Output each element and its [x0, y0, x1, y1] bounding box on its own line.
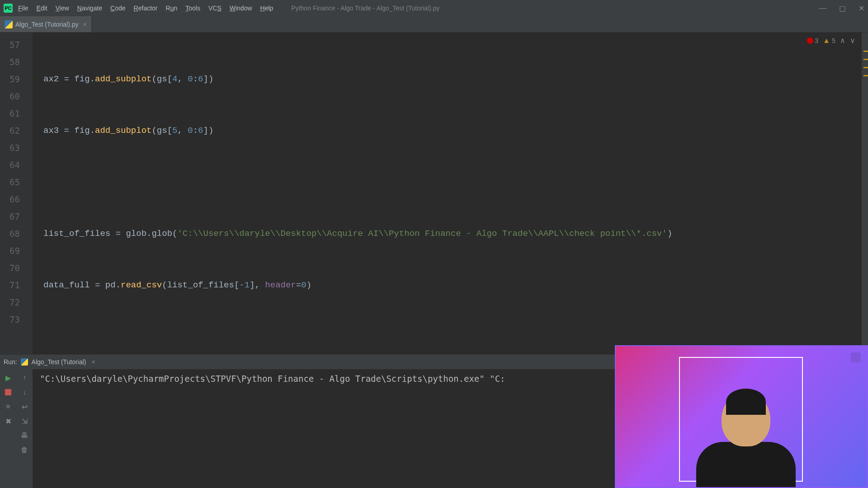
rerun-icon[interactable]: ▶: [3, 373, 13, 383]
next-highlight-icon[interactable]: ∨: [850, 36, 855, 45]
ide-logo-icon: PC: [4, 4, 13, 13]
run-sub-toolbar: ↑ ↓ ↩ ⇲ 🖶 🗑: [16, 369, 33, 488]
menu-navigate[interactable]: Navigate: [77, 5, 102, 12]
presenter-silhouette: [696, 392, 796, 487]
scroll-end-icon[interactable]: ⇲: [19, 416, 29, 426]
maximize-button[interactable]: ▢: [839, 4, 846, 13]
webcam-overlay: [615, 345, 868, 488]
trash-icon[interactable]: 🗑: [19, 445, 29, 455]
menu-code[interactable]: Code: [110, 5, 125, 12]
window-controls: — ▢ ✕: [819, 4, 864, 13]
menu-view[interactable]: View: [56, 5, 69, 12]
menu-run[interactable]: Run: [166, 5, 178, 12]
run-toolbar: ▶ ≡ ✖: [0, 369, 16, 488]
title-bar: PC File Edit View Navigate Code Refactor…: [0, 0, 868, 16]
run-label: Run:: [4, 358, 17, 366]
close-button[interactable]: ✕: [859, 4, 864, 13]
layout-icon[interactable]: ≡: [3, 402, 13, 412]
python-file-icon: [5, 20, 13, 28]
soft-wrap-icon[interactable]: ↩: [19, 402, 29, 412]
down-arrow-icon[interactable]: ↓: [19, 387, 29, 397]
menu-window[interactable]: Window: [230, 5, 252, 12]
stop-icon[interactable]: [3, 387, 13, 397]
editor[interactable]: 57 58 59 60 61 62 63 64 65 66 67 68 69 7…: [0, 33, 868, 354]
tab-label: Algo_Test (Tutorial).py: [15, 21, 79, 28]
up-arrow-icon[interactable]: ↑: [19, 373, 29, 383]
menu-vcs[interactable]: VCS: [208, 5, 222, 12]
code-content[interactable]: ax2 = fig.add_subplot(gs[4, 0:6]) ax3 = …: [33, 33, 868, 354]
run-config-name: Algo_Test (Tutorial): [32, 358, 86, 366]
minimize-button[interactable]: —: [819, 4, 826, 13]
warning-indicator-icon: ▲: [823, 37, 830, 45]
menu-refactor[interactable]: Refactor: [134, 5, 158, 12]
window-title: Python Finance - Algo Trade - Algo_Test …: [291, 5, 439, 12]
editor-scrollbar[interactable]: [862, 33, 868, 354]
menu-file[interactable]: File: [18, 5, 28, 12]
error-indicator-icon: [807, 38, 813, 44]
pin-icon[interactable]: ✖: [3, 416, 13, 426]
main-menu: File Edit View Navigate Code Refactor Ru…: [18, 5, 273, 12]
prev-highlight-icon[interactable]: ∧: [840, 36, 845, 45]
webcam-expand-icon[interactable]: [851, 352, 861, 362]
line-number-gutter: 57 58 59 60 61 62 63 64 65 66 67 68 69 7…: [0, 33, 33, 354]
print-icon[interactable]: 🖶: [19, 431, 29, 441]
menu-help[interactable]: Help: [260, 5, 274, 12]
inspection-summary[interactable]: 3 ▲5 ∧ ∨: [807, 36, 855, 45]
editor-tab-bar: Algo_Test (Tutorial).py ×: [0, 16, 868, 33]
menu-edit[interactable]: Edit: [37, 5, 47, 12]
python-file-icon: [21, 358, 28, 366]
tab-close-icon[interactable]: ×: [83, 21, 87, 28]
run-tab-close-icon[interactable]: ×: [91, 358, 95, 366]
menu-tools[interactable]: Tools: [185, 5, 200, 12]
editor-tab[interactable]: Algo_Test (Tutorial).py ×: [0, 16, 92, 32]
